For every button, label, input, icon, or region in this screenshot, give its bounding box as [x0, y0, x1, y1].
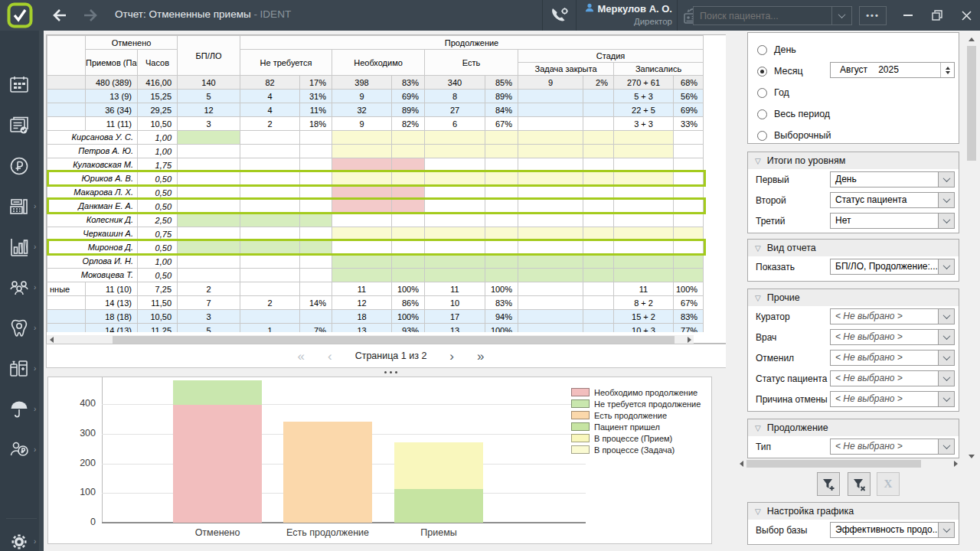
table-row[interactable]: Колесник Д.2,50 [47, 214, 704, 227]
more-options-button[interactable]: ••• [859, 6, 887, 25]
bar-segment[interactable] [173, 405, 262, 523]
header-signed-up[interactable]: Записались [614, 63, 704, 76]
header-visits[interactable]: Приемов (Пациентов) [86, 50, 138, 76]
sidebar-item-payments[interactable] [0, 151, 38, 181]
collapse-triangle-icon[interactable]: ▽ [755, 157, 761, 165]
dropdown-Тип[interactable]: < Не выбрано > [830, 439, 955, 455]
collapse-triangle-icon[interactable]: ▽ [755, 244, 761, 253]
forward-arrow-icon[interactable] [81, 6, 100, 24]
table-row[interactable]: Юриков А. В.0,50 [47, 172, 704, 186]
close-button[interactable] [951, 0, 980, 31]
scroll-right-icon[interactable] [951, 459, 960, 468]
sidebar-item-reports[interactable] [0, 110, 38, 141]
phone-calls-icon[interactable] [550, 6, 570, 28]
scrollbar-thumb[interactable] [746, 460, 921, 468]
bar-segment[interactable] [173, 380, 262, 405]
header-hours[interactable]: Часов [138, 50, 178, 76]
dropdown-Статус пациента[interactable]: < Не выбрано > [830, 370, 955, 386]
collapse-triangle-icon[interactable]: ▽ [755, 294, 761, 302]
group-header[interactable]: ▽Итоги по уровням [748, 152, 959, 169]
header-continuation[interactable]: Продолжение [240, 36, 704, 50]
restore-button[interactable] [922, 0, 952, 31]
table-row[interactable]: 14 (13)11,25517%1393%13100%10 + 377% [47, 324, 704, 333]
panel-vertical-scrollbar[interactable] [966, 34, 977, 461]
table-row[interactable]: Петров А. Ю.1,00 [47, 145, 704, 158]
scrollbar-thumb[interactable] [113, 336, 675, 344]
radio-icon[interactable] [757, 131, 767, 141]
dropdown-button[interactable] [938, 172, 954, 187]
period-radio-Год[interactable]: Год [748, 82, 959, 103]
table-row[interactable]: Миронов Д.0,50 [47, 241, 704, 255]
sidebar-item-salary[interactable] [0, 435, 38, 465]
table-row[interactable]: нные11 (10)7,25211100%11100%11100% [47, 282, 704, 296]
dropdown-button[interactable] [938, 330, 954, 344]
scroll-down-icon[interactable] [967, 452, 976, 461]
scroll-up-icon[interactable] [967, 34, 976, 44]
next-page-button[interactable]: › [449, 350, 454, 363]
header-exists[interactable]: Есть [425, 50, 518, 76]
sidebar-item-statistics[interactable] [0, 232, 38, 262]
header-not-required[interactable]: Не требуется [240, 50, 332, 76]
minimize-button[interactable] [893, 0, 923, 31]
radio-icon[interactable] [757, 67, 767, 77]
scrollbar-thumb[interactable] [967, 46, 976, 161]
table-row[interactable]: Моковцева Т.0,50 [47, 269, 704, 282]
period-radio-Выборочный[interactable]: Выборочный [748, 125, 959, 146]
sidebar-item-schedule[interactable] [0, 70, 38, 100]
dropdown-Куратор[interactable]: < Не выбрано > [830, 308, 955, 324]
table-row[interactable]: 480 (389)416,001408217%39883%34085%92%27… [47, 76, 704, 90]
header-task-closed[interactable]: Задача закрыта [518, 63, 614, 76]
add-filter-button[interactable] [817, 472, 840, 496]
radio-icon[interactable] [757, 109, 767, 119]
header-cancelled[interactable]: Отменено [86, 36, 178, 50]
group-header[interactable]: ▽Продолжение [748, 419, 959, 436]
bar-segment[interactable] [283, 422, 372, 523]
dropdown-Причина отмены[interactable]: < Не выбрано > [830, 391, 955, 407]
last-page-button[interactable]: » [477, 350, 484, 363]
first-page-button[interactable]: « [298, 350, 305, 363]
collapse-triangle-icon[interactable]: ▽ [755, 424, 761, 432]
dropdown-button[interactable] [938, 523, 954, 537]
dropdown-button[interactable] [938, 439, 954, 454]
sidebar-item-cash-register[interactable] [0, 191, 38, 222]
collapse-triangle-icon[interactable]: ▽ [755, 507, 761, 516]
radio-icon[interactable] [757, 45, 767, 55]
dropdown-button[interactable] [938, 350, 954, 365]
dropdown-button[interactable] [938, 214, 954, 228]
table-row[interactable]: 14 (13)11,507214%1286%1083%8 + 267% [47, 296, 704, 310]
table-row[interactable]: 18 (18)10,50318100%1794%15 + 283% [47, 310, 704, 324]
table-row[interactable]: 11 (11)10,503218%982%667%3 + 333% [47, 117, 704, 131]
dropdown-Третий[interactable]: Нет [830, 213, 955, 229]
app-logo-icon[interactable] [7, 2, 33, 28]
dropdown-Показать[interactable]: БП/ЛО, Продолжение:... [830, 259, 955, 275]
dropdown-button[interactable] [938, 371, 954, 386]
splitter-handle[interactable] [46, 368, 736, 377]
panel-horizontal-scrollbar[interactable] [737, 459, 960, 468]
patient-search-input[interactable] [694, 7, 831, 24]
header-bplo[interactable]: БП/ЛО [178, 36, 240, 76]
current-user[interactable]: Меркулов А. О. Директор [580, 3, 672, 28]
scroll-left-icon[interactable] [737, 459, 746, 468]
table-row[interactable]: Черкашин А.0,75 [47, 227, 704, 241]
table-row[interactable]: Кулаковская М.1,75 [47, 158, 704, 172]
dropdown-Выбор базы[interactable]: Эффективность продо... [830, 522, 955, 538]
period-radio-День[interactable]: День [748, 39, 959, 60]
month-spinner[interactable]: Август 2025 [830, 62, 955, 78]
dropdown-Врач[interactable]: < Не выбрано > [830, 329, 955, 345]
dropdown-Второй[interactable]: Статус пациента [830, 192, 955, 208]
sidebar-item-insurance[interactable] [0, 394, 38, 425]
table-row[interactable]: Кирсанова У. С.1,00 [47, 131, 704, 145]
group-header[interactable]: ▽Настройка графика [748, 503, 959, 520]
table-row[interactable]: Макарова Л. Х.0,50 [47, 186, 704, 200]
back-arrow-icon[interactable] [51, 6, 69, 24]
bar-segment[interactable] [394, 442, 483, 489]
sidebar-item-warehouse[interactable] [0, 354, 38, 384]
prev-page-button[interactable]: ‹ [328, 350, 332, 363]
table-row[interactable]: 13 (9)15,255431%969%889%5 + 356% [47, 90, 704, 103]
dropdown-Отменил[interactable]: < Не выбрано > [830, 350, 955, 366]
table-row[interactable]: Орлова И. Н.1,00 [47, 255, 704, 269]
dropdown-button[interactable] [938, 259, 954, 274]
dropdown-Первый[interactable]: День [830, 171, 955, 187]
spinner-buttons[interactable] [940, 63, 954, 77]
search-dropdown-button[interactable] [831, 7, 851, 24]
